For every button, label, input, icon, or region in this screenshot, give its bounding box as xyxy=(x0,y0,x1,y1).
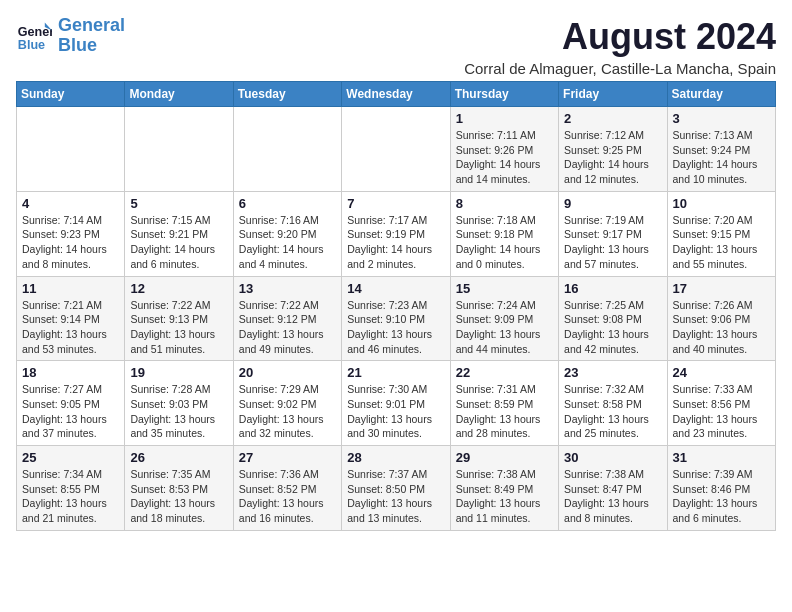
day-info: Sunrise: 7:12 AMSunset: 9:25 PMDaylight:… xyxy=(564,128,661,187)
day-number: 21 xyxy=(347,365,444,380)
calendar-cell: 6Sunrise: 7:16 AMSunset: 9:20 PMDaylight… xyxy=(233,191,341,276)
calendar-cell: 3Sunrise: 7:13 AMSunset: 9:24 PMDaylight… xyxy=(667,107,775,192)
title-block: August 2024 Corral de Almaguer, Castille… xyxy=(464,16,776,77)
day-number: 17 xyxy=(673,281,770,296)
calendar-cell: 27Sunrise: 7:36 AMSunset: 8:52 PMDayligh… xyxy=(233,446,341,531)
day-number: 20 xyxy=(239,365,336,380)
column-header-friday: Friday xyxy=(559,82,667,107)
day-number: 10 xyxy=(673,196,770,211)
calendar-cell: 1Sunrise: 7:11 AMSunset: 9:26 PMDaylight… xyxy=(450,107,558,192)
calendar-cell: 2Sunrise: 7:12 AMSunset: 9:25 PMDaylight… xyxy=(559,107,667,192)
day-number: 25 xyxy=(22,450,119,465)
day-number: 2 xyxy=(564,111,661,126)
calendar-week-row: 18Sunrise: 7:27 AMSunset: 9:05 PMDayligh… xyxy=(17,361,776,446)
day-info: Sunrise: 7:22 AMSunset: 9:12 PMDaylight:… xyxy=(239,298,336,357)
calendar-cell: 9Sunrise: 7:19 AMSunset: 9:17 PMDaylight… xyxy=(559,191,667,276)
calendar-week-row: 25Sunrise: 7:34 AMSunset: 8:55 PMDayligh… xyxy=(17,446,776,531)
calendar-cell: 10Sunrise: 7:20 AMSunset: 9:15 PMDayligh… xyxy=(667,191,775,276)
calendar-week-row: 11Sunrise: 7:21 AMSunset: 9:14 PMDayligh… xyxy=(17,276,776,361)
calendar-cell: 31Sunrise: 7:39 AMSunset: 8:46 PMDayligh… xyxy=(667,446,775,531)
calendar-cell: 25Sunrise: 7:34 AMSunset: 8:55 PMDayligh… xyxy=(17,446,125,531)
calendar-cell: 7Sunrise: 7:17 AMSunset: 9:19 PMDaylight… xyxy=(342,191,450,276)
day-info: Sunrise: 7:31 AMSunset: 8:59 PMDaylight:… xyxy=(456,382,553,441)
day-info: Sunrise: 7:38 AMSunset: 8:47 PMDaylight:… xyxy=(564,467,661,526)
column-header-tuesday: Tuesday xyxy=(233,82,341,107)
day-number: 8 xyxy=(456,196,553,211)
day-number: 28 xyxy=(347,450,444,465)
day-number: 29 xyxy=(456,450,553,465)
day-number: 14 xyxy=(347,281,444,296)
day-number: 1 xyxy=(456,111,553,126)
day-info: Sunrise: 7:15 AMSunset: 9:21 PMDaylight:… xyxy=(130,213,227,272)
day-info: Sunrise: 7:16 AMSunset: 9:20 PMDaylight:… xyxy=(239,213,336,272)
calendar-cell: 4Sunrise: 7:14 AMSunset: 9:23 PMDaylight… xyxy=(17,191,125,276)
day-number: 13 xyxy=(239,281,336,296)
calendar-cell xyxy=(17,107,125,192)
calendar-cell: 12Sunrise: 7:22 AMSunset: 9:13 PMDayligh… xyxy=(125,276,233,361)
calendar-cell: 8Sunrise: 7:18 AMSunset: 9:18 PMDaylight… xyxy=(450,191,558,276)
column-header-saturday: Saturday xyxy=(667,82,775,107)
day-info: Sunrise: 7:13 AMSunset: 9:24 PMDaylight:… xyxy=(673,128,770,187)
calendar-cell: 16Sunrise: 7:25 AMSunset: 9:08 PMDayligh… xyxy=(559,276,667,361)
calendar-cell xyxy=(125,107,233,192)
day-info: Sunrise: 7:22 AMSunset: 9:13 PMDaylight:… xyxy=(130,298,227,357)
calendar-cell: 24Sunrise: 7:33 AMSunset: 8:56 PMDayligh… xyxy=(667,361,775,446)
calendar-cell: 26Sunrise: 7:35 AMSunset: 8:53 PMDayligh… xyxy=(125,446,233,531)
svg-text:Blue: Blue xyxy=(18,37,45,51)
day-number: 27 xyxy=(239,450,336,465)
calendar-cell: 15Sunrise: 7:24 AMSunset: 9:09 PMDayligh… xyxy=(450,276,558,361)
calendar-cell: 23Sunrise: 7:32 AMSunset: 8:58 PMDayligh… xyxy=(559,361,667,446)
day-info: Sunrise: 7:38 AMSunset: 8:49 PMDaylight:… xyxy=(456,467,553,526)
calendar-cell: 28Sunrise: 7:37 AMSunset: 8:50 PMDayligh… xyxy=(342,446,450,531)
calendar-week-row: 1Sunrise: 7:11 AMSunset: 9:26 PMDaylight… xyxy=(17,107,776,192)
day-info: Sunrise: 7:26 AMSunset: 9:06 PMDaylight:… xyxy=(673,298,770,357)
day-info: Sunrise: 7:39 AMSunset: 8:46 PMDaylight:… xyxy=(673,467,770,526)
day-number: 3 xyxy=(673,111,770,126)
location-subtitle: Corral de Almaguer, Castille-La Mancha, … xyxy=(464,60,776,77)
calendar-cell xyxy=(342,107,450,192)
day-number: 7 xyxy=(347,196,444,211)
day-number: 12 xyxy=(130,281,227,296)
day-number: 5 xyxy=(130,196,227,211)
day-info: Sunrise: 7:27 AMSunset: 9:05 PMDaylight:… xyxy=(22,382,119,441)
day-info: Sunrise: 7:17 AMSunset: 9:19 PMDaylight:… xyxy=(347,213,444,272)
day-info: Sunrise: 7:21 AMSunset: 9:14 PMDaylight:… xyxy=(22,298,119,357)
day-info: Sunrise: 7:35 AMSunset: 8:53 PMDaylight:… xyxy=(130,467,227,526)
day-info: Sunrise: 7:24 AMSunset: 9:09 PMDaylight:… xyxy=(456,298,553,357)
day-info: Sunrise: 7:20 AMSunset: 9:15 PMDaylight:… xyxy=(673,213,770,272)
day-info: Sunrise: 7:18 AMSunset: 9:18 PMDaylight:… xyxy=(456,213,553,272)
logo-text: GeneralBlue xyxy=(58,16,125,56)
calendar-cell: 18Sunrise: 7:27 AMSunset: 9:05 PMDayligh… xyxy=(17,361,125,446)
calendar-cell: 13Sunrise: 7:22 AMSunset: 9:12 PMDayligh… xyxy=(233,276,341,361)
logo: General Blue GeneralBlue xyxy=(16,16,125,56)
calendar-cell: 29Sunrise: 7:38 AMSunset: 8:49 PMDayligh… xyxy=(450,446,558,531)
day-info: Sunrise: 7:32 AMSunset: 8:58 PMDaylight:… xyxy=(564,382,661,441)
day-info: Sunrise: 7:28 AMSunset: 9:03 PMDaylight:… xyxy=(130,382,227,441)
calendar-cell: 30Sunrise: 7:38 AMSunset: 8:47 PMDayligh… xyxy=(559,446,667,531)
calendar-cell: 14Sunrise: 7:23 AMSunset: 9:10 PMDayligh… xyxy=(342,276,450,361)
day-info: Sunrise: 7:36 AMSunset: 8:52 PMDaylight:… xyxy=(239,467,336,526)
column-header-monday: Monday xyxy=(125,82,233,107)
month-year-title: August 2024 xyxy=(464,16,776,58)
day-number: 16 xyxy=(564,281,661,296)
column-header-sunday: Sunday xyxy=(17,82,125,107)
day-number: 31 xyxy=(673,450,770,465)
page-header: General Blue GeneralBlue August 2024 Cor… xyxy=(16,16,776,77)
day-number: 9 xyxy=(564,196,661,211)
day-info: Sunrise: 7:11 AMSunset: 9:26 PMDaylight:… xyxy=(456,128,553,187)
day-number: 22 xyxy=(456,365,553,380)
calendar-table: SundayMondayTuesdayWednesdayThursdayFrid… xyxy=(16,81,776,531)
day-info: Sunrise: 7:19 AMSunset: 9:17 PMDaylight:… xyxy=(564,213,661,272)
calendar-cell: 17Sunrise: 7:26 AMSunset: 9:06 PMDayligh… xyxy=(667,276,775,361)
day-info: Sunrise: 7:14 AMSunset: 9:23 PMDaylight:… xyxy=(22,213,119,272)
day-number: 4 xyxy=(22,196,119,211)
column-header-thursday: Thursday xyxy=(450,82,558,107)
day-number: 30 xyxy=(564,450,661,465)
day-number: 15 xyxy=(456,281,553,296)
day-info: Sunrise: 7:30 AMSunset: 9:01 PMDaylight:… xyxy=(347,382,444,441)
calendar-header-row: SundayMondayTuesdayWednesdayThursdayFrid… xyxy=(17,82,776,107)
day-number: 19 xyxy=(130,365,227,380)
column-header-wednesday: Wednesday xyxy=(342,82,450,107)
day-number: 18 xyxy=(22,365,119,380)
day-info: Sunrise: 7:23 AMSunset: 9:10 PMDaylight:… xyxy=(347,298,444,357)
